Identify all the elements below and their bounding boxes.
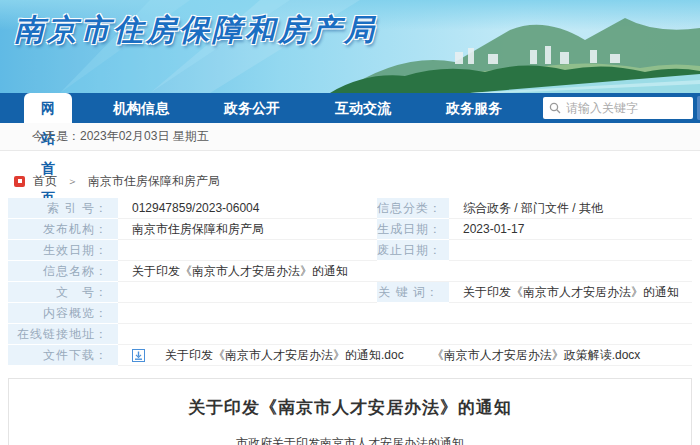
article-card: 关于印发《南京市人才安居办法》的通知 市政府关于印发南京市人才安居办法的通知	[8, 378, 692, 445]
keyword-label: 关 键 词：	[377, 282, 449, 303]
info-category-value: 综合政务 / 部门文件 / 其他	[449, 198, 692, 219]
abolished-date-label: 废止日期：	[377, 240, 449, 261]
publisher-label: 发布机构：	[8, 219, 118, 240]
document-meta-table: 索 引 号： 012947859/2023-06004 信息分类： 综合政务 /…	[8, 198, 692, 366]
info-category-label: 信息分类：	[377, 198, 449, 219]
nav-item-interaction[interactable]: 互动交流	[321, 93, 405, 123]
effective-date-label: 生效日期：	[8, 240, 118, 261]
table-row: 生效日期： 废止日期：	[8, 240, 692, 261]
online-link-value	[118, 324, 692, 345]
doc-number-value	[118, 282, 377, 303]
nav-item-gov-services[interactable]: 政务服务	[432, 93, 516, 123]
nav-item-gov-disclosure[interactable]: 政务公开	[210, 93, 294, 123]
download-icon[interactable]	[132, 348, 145, 366]
nav-search-area: 搜索	[543, 96, 700, 120]
table-row: 文 号： 关 键 词： 关于印发《南京市人才安居办法》的通知	[8, 282, 692, 303]
breadcrumb-current[interactable]: 南京市住房保障和房产局	[88, 173, 220, 190]
effective-date-value	[118, 240, 377, 261]
site-banner: 南京市住房保障和房产局	[0, 0, 700, 93]
publisher-value: 南京市住房保障和房产局	[118, 219, 377, 240]
table-row: 内容概览：	[8, 303, 692, 324]
article-title: 关于印发《南京市人才安居办法》的通知	[9, 396, 691, 419]
index-number-label: 索 引 号：	[8, 198, 118, 219]
keyword-value: 关于印发《南京市人才安居办法》的通知	[449, 282, 692, 303]
created-date-value: 2023-01-17	[449, 219, 692, 240]
article-subtitle: 市政府关于印发南京市人才安居办法的通知	[9, 435, 691, 445]
table-row: 索 引 号： 012947859/2023-06004 信息分类： 综合政务 /…	[8, 198, 692, 219]
file-download-label: 文件下载：	[8, 345, 118, 366]
home-icon	[14, 176, 25, 187]
doc-number-label: 文 号：	[8, 282, 118, 303]
table-row: 发布机构： 南京市住房保障和房产局 生成日期： 2023-01-17	[8, 219, 692, 240]
created-date-label: 生成日期：	[377, 219, 449, 240]
abolished-date-value	[449, 240, 692, 261]
nav-item-org-info[interactable]: 机构信息	[99, 93, 183, 123]
index-number-value: 012947859/2023-06004	[118, 198, 377, 219]
breadcrumb-separator: ＞	[67, 174, 78, 189]
breadcrumb: 首页 ＞ 南京市住房保障和房产局	[14, 173, 700, 189]
search-input[interactable]	[566, 101, 687, 115]
main-nav: 网站首页 机构信息 政务公开 互动交流 政务服务 搜索	[0, 93, 700, 123]
table-row: 在线链接地址：	[8, 324, 692, 345]
table-row: 文件下载： 关于印发《南京市人才安居办法》的通知.doc《南京市人才安居办法》政…	[8, 345, 692, 366]
site-title: 南京市住房保障和房产局	[14, 10, 377, 51]
nav-item-home[interactable]: 网站首页	[24, 93, 72, 123]
info-name-value: 关于印发《南京市人才安居办法》的通知	[118, 261, 692, 282]
summary-label: 内容概览：	[8, 303, 118, 324]
download-file-link[interactable]: 《南京市人才安居办法》政策解读.docx	[432, 348, 641, 362]
summary-value	[118, 303, 692, 324]
download-file-link[interactable]: 关于印发《南京市人才安居办法》的通知.doc	[165, 348, 404, 362]
search-box	[543, 97, 693, 119]
info-name-label: 信息名称：	[8, 261, 118, 282]
file-download-value: 关于印发《南京市人才安居办法》的通知.doc《南京市人才安居办法》政策解读.do…	[118, 345, 692, 366]
online-link-label: 在线链接地址：	[8, 324, 118, 345]
date-bar: 今天是：2023年02月03日 星期五	[0, 123, 700, 151]
breadcrumb-home[interactable]: 首页	[33, 173, 57, 190]
search-icon	[549, 102, 561, 114]
table-row: 信息名称： 关于印发《南京市人才安居办法》的通知	[8, 261, 692, 282]
